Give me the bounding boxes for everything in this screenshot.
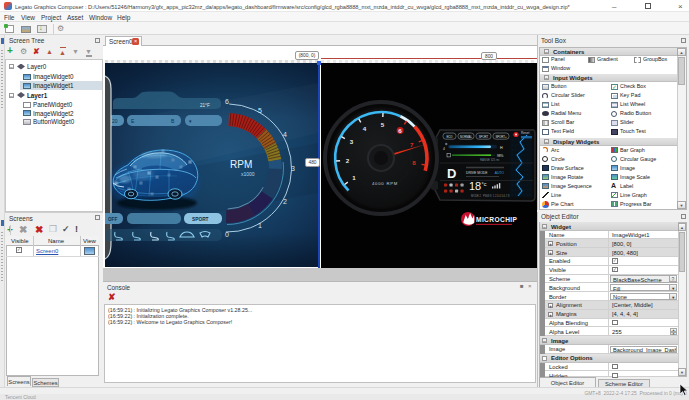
- svg-text:°c: °c: [482, 181, 487, 187]
- svg-text:3: 3: [291, 165, 295, 172]
- svg-text:SPORT: SPORT: [479, 135, 489, 139]
- svg-text:2: 2: [283, 198, 287, 205]
- svg-text:2: 2: [346, 157, 350, 164]
- svg-text:x1000: x1000: [241, 171, 255, 177]
- svg-text:4: 4: [443, 147, 445, 151]
- svg-text:ECO: ECO: [446, 135, 453, 139]
- svg-text:5: 5: [258, 107, 262, 114]
- svg-text:SPORT: SPORT: [192, 217, 209, 222]
- svg-text:MODE 2 P368.8 1.2.3.4.5.6.7: MODE 2 P368.8 1.2.3.4.5.6.7.8: [471, 194, 510, 198]
- svg-text:MICROCHIP: MICROCHIP: [476, 216, 518, 223]
- svg-text:D: D: [447, 166, 456, 181]
- svg-text:6: 6: [225, 98, 229, 105]
- svg-text:AUTO: AUTO: [489, 171, 504, 175]
- svg-text:SPORT+: SPORT+: [495, 135, 507, 139]
- svg-text:OFF: OFF: [108, 217, 117, 222]
- svg-text:4: 4: [363, 125, 367, 132]
- svg-text:NORMAL: NORMAL: [460, 135, 472, 139]
- svg-text:6: 6: [398, 127, 402, 134]
- svg-text:1: 1: [352, 174, 356, 181]
- svg-text:DRIVE MODE: DRIVE MODE: [466, 171, 488, 175]
- svg-text:8: 8: [412, 159, 416, 166]
- svg-text:5: 5: [381, 121, 385, 128]
- svg-text:1: 1: [258, 222, 262, 229]
- svg-text:RPM: RPM: [230, 159, 252, 170]
- svg-text:4: 4: [283, 131, 287, 138]
- svg-text:H: H: [500, 146, 503, 150]
- svg-text:4000 RPM: 4000 RPM: [372, 181, 398, 186]
- svg-text:0: 0: [225, 231, 229, 238]
- svg-text:20: 20: [112, 118, 118, 124]
- svg-text:18: 18: [469, 180, 481, 192]
- svg-text:21°F: 21°F: [200, 103, 210, 108]
- svg-text:3: 3: [350, 138, 354, 145]
- svg-text:Reset: Reset: [521, 131, 529, 135]
- svg-text:7: 7: [410, 141, 414, 148]
- svg-text:RANGE 325 mi: RANGE 325 mi: [480, 158, 499, 162]
